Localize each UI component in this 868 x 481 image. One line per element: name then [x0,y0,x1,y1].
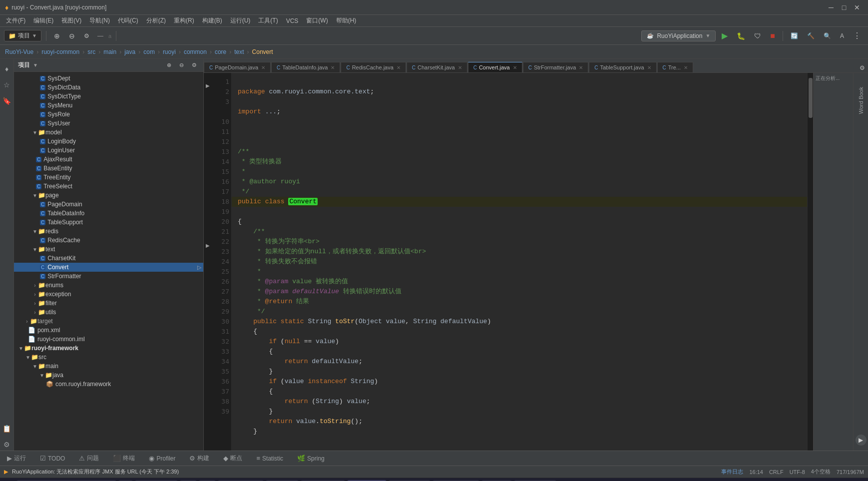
tree-src-folder[interactable]: ▼ 📁 src [14,353,203,362]
event-log[interactable]: 事件日志 [721,468,743,476]
tree-sysdept[interactable]: C SysDept [14,74,203,83]
tab-tablesupport[interactable]: C TableSupport.java ✕ [589,62,656,72]
tab-rediscache[interactable]: C RedisCache.java ✕ [341,62,406,72]
menu-run[interactable]: 运行(U) [226,15,255,26]
menu-window[interactable]: 窗口(W) [302,15,332,26]
tree-baseentity[interactable]: C BaseEntity [14,164,203,173]
left-icon-bottom2[interactable]: ⚙ [1,439,13,451]
tab-strformatter[interactable]: C StrFormatter.java ✕ [523,62,589,72]
tree-iml[interactable]: 📄 ruoyi-common.iml [14,335,203,344]
tab-settings-btn[interactable]: ⚙ [857,63,868,72]
encoding[interactable]: UTF-8 [790,469,805,475]
nav-java[interactable]: java [124,48,135,55]
todo-btn[interactable]: ☑ TODO [37,454,68,463]
left-icon-bottom1[interactable]: 📋 [1,423,13,435]
left-icon-1[interactable]: ♦ [1,63,13,75]
tree-page-folder[interactable]: ▼ 📁 page [14,191,203,200]
editor-scrollbar[interactable] [807,73,813,451]
close-button[interactable]: ✕ [851,2,863,12]
tree-convert[interactable]: C Convert ▷ [14,263,203,272]
coverage-button[interactable]: 🛡 [751,31,764,41]
more-btn[interactable]: ⋮ [850,30,864,41]
tree-loginuser[interactable]: C LoginUser [14,146,203,155]
menu-build[interactable]: 构建(B) [198,15,226,26]
tab-close-tre[interactable]: ✕ [684,65,688,70]
run-config[interactable]: ☕ RuoYiApplication ▼ [641,30,716,41]
translate-btn[interactable]: A [837,31,847,40]
nav-com[interactable]: com [143,48,155,55]
nav-convert[interactable]: Convert [252,48,273,55]
build-btn[interactable]: ⚙ 构建 [186,453,212,464]
nav-ruoyi-common[interactable]: ruoyi-common [41,48,79,55]
nav-ruoyi[interactable]: ruoyi [163,48,176,55]
tab-close-convert[interactable]: ✕ [513,65,517,70]
tab-tre[interactable]: C Tre... ✕ [657,62,694,72]
maximize-button[interactable]: □ [838,2,850,12]
left-icon-3[interactable]: 🔖 [1,95,13,107]
tree-loginbody[interactable]: C LoginBody [14,137,203,146]
spring-btn[interactable]: 🌿 Spring [294,454,328,463]
menu-refactor[interactable]: 重构(R) [170,15,198,26]
build-button[interactable]: 🔨 [804,31,818,40]
nav-src[interactable]: src [87,48,95,55]
tree-strformatter[interactable]: C StrFormatter [14,272,203,281]
project-view-btn[interactable]: 📁 项目 ▼ [4,30,41,41]
stop-button[interactable]: ■ [767,30,778,41]
nav-ruoyivue[interactable]: RuoYi-Vue [5,48,33,55]
tree-sysdicttype[interactable]: C SysDictType [14,92,203,101]
menu-view[interactable]: 视图(V) [57,15,85,26]
nav-core[interactable]: core [215,48,226,55]
toolbar-collapse-btn[interactable]: ⊖ [66,31,78,41]
tree-ruoyi-framework[interactable]: ▼ 📁 ruoyi-framework [14,344,203,353]
tree-tabledatainfo[interactable]: C TableDataInfo [14,209,203,218]
tab-close-strformatter[interactable]: ✕ [579,65,583,70]
tab-close-rediscache[interactable]: ✕ [397,65,401,70]
menu-edit[interactable]: 编辑(E) [29,15,57,26]
tree-filter-folder[interactable]: › 📁 filter [14,299,203,308]
tree-pomxml[interactable]: 📄 pom.xml [14,326,203,335]
nav-common[interactable]: common [184,48,207,55]
tree-sysuser[interactable]: C SysUser [14,119,203,128]
toolbar-settings-btn[interactable]: ⚙ [81,31,92,40]
tree-sysdictdata[interactable]: C SysDictData [14,83,203,92]
menu-tools[interactable]: 工具(T) [254,15,282,26]
menu-navigate[interactable]: 导航(N) [85,15,114,26]
run-btn[interactable]: ▶ 运行 [4,453,29,464]
tab-tabledatainfo[interactable]: C TableDataInfo.java ✕ [271,62,340,72]
code-editor[interactable]: package com.ruoyi.common.core.text; impo… [232,73,807,451]
problems-btn[interactable]: ⚠ 问题 [76,453,102,464]
sidebar-expand-btn[interactable]: ⊕ [164,61,174,69]
run-button[interactable]: ▶ [719,30,731,41]
tree-tablesupport[interactable]: C TableSupport [14,218,203,227]
minimize-button[interactable]: ─ [825,2,837,12]
search-button[interactable]: 🔍 [821,31,834,40]
tree-treeselect[interactable]: C TreeSelect [14,182,203,191]
tree-com-ruoyi-framework[interactable]: 📦 com.ruoyi.framework [14,380,203,389]
tree-sysrole[interactable]: C SysRole [14,110,203,119]
sidebar-settings-btn[interactable]: ⚙ [189,61,199,69]
left-icon-2[interactable]: ☆ [1,79,13,91]
tab-convert[interactable]: C Convert.java ✕ [468,62,522,72]
tree-exception-folder[interactable]: › 📁 exception [14,290,203,299]
tree-target-folder[interactable]: › 📁 target [14,317,203,326]
statistic-btn[interactable]: ≡ Statistic [253,454,286,463]
tree-pagedomain[interactable]: C PageDomain [14,200,203,209]
tab-charsetkit[interactable]: C CharsetKit.java ✕ [407,62,467,72]
tree-main-folder[interactable]: ▼ 📁 main [14,362,203,371]
tree-text-folder[interactable]: ▼ 📁 text [14,245,203,254]
tree-enums-folder[interactable]: › 📁 enums [14,281,203,290]
sidebar-collapse-btn[interactable]: ⊖ [177,61,186,69]
scrollbar-thumb[interactable] [809,78,813,118]
tree-utils-folder[interactable]: › 📁 utils [14,308,203,317]
tree-charsetkit[interactable]: C CharsetKit [14,254,203,263]
tree-sysmenu[interactable]: C SysMenu [14,101,203,110]
menu-help[interactable]: 帮助(H) [332,15,361,26]
breakpoints-btn[interactable]: ◆ 断点 [220,453,245,464]
tree-ajaxresult[interactable]: C AjaxResult [14,155,203,164]
gutter-fold-1[interactable]: ▶ [206,77,210,91]
tree-rediscache[interactable]: C RedisCache [14,236,203,245]
tab-close-charsetkit[interactable]: ✕ [458,65,462,70]
tab-close-tablesupport[interactable]: ✕ [647,65,651,70]
tree-treeentity[interactable]: C TreeEntity [14,173,203,182]
tree-redis-folder[interactable]: ▼ 📁 redis [14,227,203,236]
